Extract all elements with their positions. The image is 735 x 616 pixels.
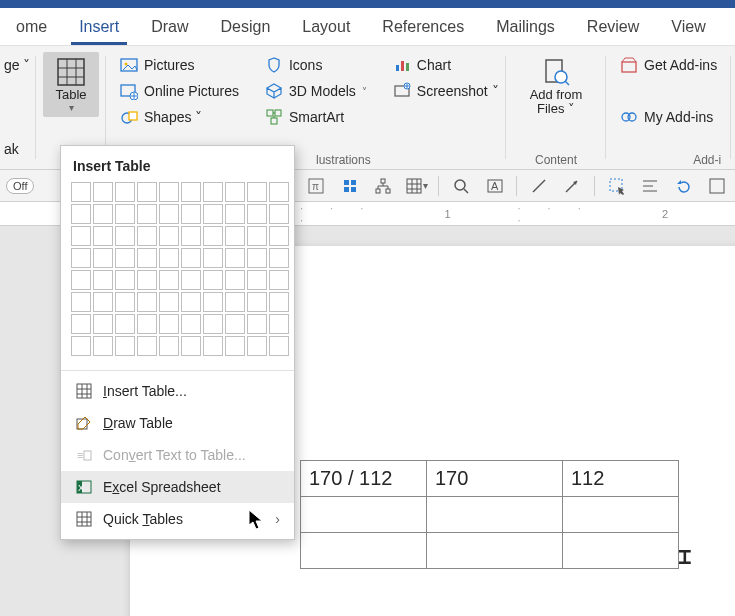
menu-excel-spreadsheet[interactable]: X Excel Spreadsheet <box>61 471 294 503</box>
grid-cell[interactable] <box>247 248 267 268</box>
cell-a2[interactable] <box>301 497 427 533</box>
tab-home[interactable]: ome <box>0 10 63 44</box>
grid-cell[interactable] <box>137 226 157 246</box>
grid-cell[interactable] <box>181 270 201 290</box>
line-shape-icon[interactable] <box>527 174 550 198</box>
cell-b3[interactable] <box>427 533 563 569</box>
pictures-button[interactable]: Pictures <box>116 52 243 78</box>
grid-cell[interactable] <box>269 248 289 268</box>
grid-cell[interactable] <box>225 336 245 356</box>
grid-cell[interactable] <box>115 226 135 246</box>
grid-cell[interactable] <box>225 270 245 290</box>
icons-button[interactable]: Icons <box>261 52 371 78</box>
grid-cell[interactable] <box>137 292 157 312</box>
grid-cell[interactable] <box>225 204 245 224</box>
cell-c2[interactable] <box>563 497 679 533</box>
my-addins-button[interactable]: My Add-ins <box>616 104 721 130</box>
cell-c3[interactable] <box>563 533 679 569</box>
cell-a3[interactable] <box>301 533 427 569</box>
smartart-button[interactable]: SmartArt <box>261 104 371 130</box>
more-icon[interactable] <box>706 174 729 198</box>
grid-cell[interactable] <box>115 314 135 334</box>
menu-draw-table[interactable]: Draw Table <box>61 407 294 439</box>
grid-cell[interactable] <box>71 248 91 268</box>
cell-c1[interactable]: 112 <box>563 461 679 497</box>
grid-cell[interactable] <box>159 226 179 246</box>
grid-cell[interactable] <box>269 182 289 202</box>
grid-cell[interactable] <box>71 270 91 290</box>
tab-layout[interactable]: Layout <box>286 10 366 44</box>
grid-cell[interactable] <box>137 314 157 334</box>
grid-cell[interactable] <box>71 182 91 202</box>
insert-table-qat-icon[interactable]: ▾ <box>405 174 428 198</box>
equation-icon[interactable]: π <box>304 174 327 198</box>
grid-cell[interactable] <box>203 182 223 202</box>
tab-mailings[interactable]: Mailings <box>480 10 571 44</box>
grid-cell[interactable] <box>115 270 135 290</box>
grid-cell[interactable] <box>247 270 267 290</box>
grid-cell[interactable] <box>247 226 267 246</box>
track-changes-toggle[interactable]: Off <box>6 178 34 194</box>
align-icon[interactable] <box>639 174 662 198</box>
grid-cell[interactable] <box>203 226 223 246</box>
get-addins-button[interactable]: Get Add-ins <box>616 52 721 78</box>
grid-cell[interactable] <box>181 314 201 334</box>
tab-references[interactable]: References <box>366 10 480 44</box>
grid-cell[interactable] <box>247 314 267 334</box>
grid-cell[interactable] <box>269 292 289 312</box>
grid-cell[interactable] <box>71 226 91 246</box>
zoom-icon[interactable] <box>449 174 472 198</box>
cell-b1[interactable]: 170 <box>427 461 563 497</box>
grid-cell[interactable] <box>247 292 267 312</box>
chart-button[interactable]: Chart <box>389 52 503 78</box>
grid-cell[interactable] <box>203 270 223 290</box>
cell-b2[interactable] <box>427 497 563 533</box>
text-box-icon[interactable]: A <box>483 174 506 198</box>
grid-cell[interactable] <box>137 270 157 290</box>
online-pictures-button[interactable]: Online Pictures <box>116 78 243 104</box>
shapes-button[interactable]: Shapes ˅ <box>116 104 243 130</box>
grid-cell[interactable] <box>225 314 245 334</box>
menu-insert-table[interactable]: Insert Table... <box>61 375 294 407</box>
grid-cell[interactable] <box>225 248 245 268</box>
grid-cell[interactable] <box>247 336 267 356</box>
grid-cell[interactable] <box>93 226 113 246</box>
grid-cell[interactable] <box>203 292 223 312</box>
grid-cell[interactable] <box>181 182 201 202</box>
hierarchy-icon[interactable] <box>371 174 394 198</box>
grid-cell[interactable] <box>225 292 245 312</box>
grid-cell[interactable] <box>203 336 223 356</box>
symbol-icon[interactable] <box>338 174 361 198</box>
grid-cell[interactable] <box>159 292 179 312</box>
tab-developer[interactable]: Deve <box>722 10 735 44</box>
tab-view[interactable]: View <box>655 10 721 44</box>
grid-cell[interactable] <box>115 292 135 312</box>
grid-cell[interactable] <box>159 204 179 224</box>
grid-cell[interactable] <box>203 314 223 334</box>
grid-cell[interactable] <box>181 292 201 312</box>
grid-cell[interactable] <box>159 248 179 268</box>
cover-page-button[interactable]: ge ˅ <box>0 52 26 78</box>
grid-cell[interactable] <box>115 248 135 268</box>
grid-cell[interactable] <box>115 336 135 356</box>
grid-cell[interactable] <box>159 270 179 290</box>
select-objects-icon[interactable] <box>605 174 628 198</box>
grid-cell[interactable] <box>115 204 135 224</box>
grid-cell[interactable] <box>181 336 201 356</box>
grid-cell[interactable] <box>137 204 157 224</box>
grid-cell[interactable] <box>159 314 179 334</box>
grid-cell[interactable] <box>269 336 289 356</box>
grid-cell[interactable] <box>181 226 201 246</box>
grid-cell[interactable] <box>71 204 91 224</box>
grid-cell[interactable] <box>269 226 289 246</box>
grid-cell[interactable] <box>159 336 179 356</box>
grid-cell[interactable] <box>269 314 289 334</box>
grid-cell[interactable] <box>137 182 157 202</box>
table-button[interactable]: Table ▾ <box>43 52 99 117</box>
grid-cell[interactable] <box>181 248 201 268</box>
tab-review[interactable]: Review <box>571 10 655 44</box>
grid-cell[interactable] <box>247 204 267 224</box>
grid-cell[interactable] <box>159 182 179 202</box>
grid-cell[interactable] <box>93 314 113 334</box>
grid-cell[interactable] <box>71 336 91 356</box>
